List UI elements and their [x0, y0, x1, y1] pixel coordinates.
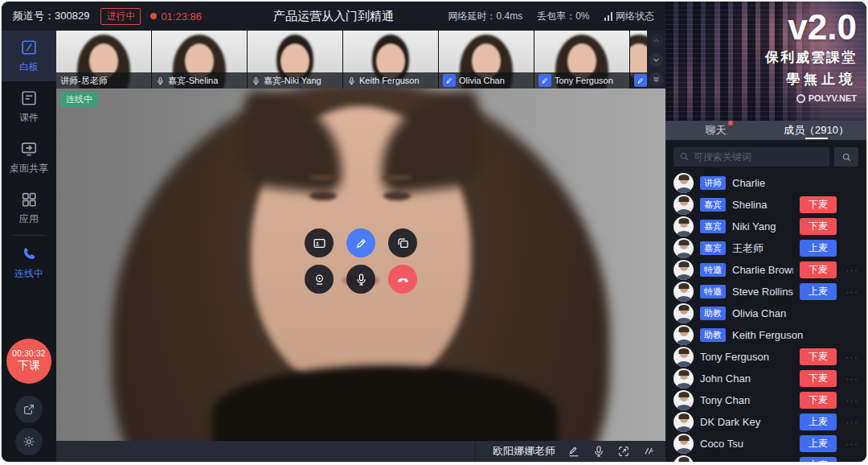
more-options-button[interactable]: ···: [843, 264, 858, 276]
courseware-icon: [20, 89, 38, 107]
network-status-button[interactable]: 网络状态: [604, 10, 655, 23]
tab-chat[interactable]: 聊天: [665, 121, 766, 140]
sidebar-item-label: 应用: [19, 212, 39, 226]
mic-toggle-button[interactable]: 下麦: [800, 348, 837, 365]
mic-button[interactable]: [592, 445, 605, 458]
notification-dot: [728, 121, 733, 126]
video-thumbnail[interactable]: 讲师-居老师: [56, 31, 152, 88]
mic-toggle-button[interactable]: 下麦: [800, 392, 837, 409]
mic-toggle-button[interactable]: 下麦: [800, 196, 837, 213]
participant-name: Olivia Chan: [459, 76, 505, 85]
settings-button[interactable]: [15, 428, 43, 455]
video-thumbnail[interactable]: 嘉宾-Shelina: [152, 31, 248, 88]
sidebar-divider: [13, 235, 45, 236]
member-row: Lucy Chan上麦···: [674, 455, 858, 462]
more-options-button[interactable]: ···: [843, 286, 858, 298]
member-row: Coco Tsu上麦···: [674, 433, 858, 455]
mic-toggle-button[interactable]: 上麦: [800, 283, 837, 300]
more-options-button[interactable]: ···: [843, 438, 858, 450]
main-video-stage: 连线中: [56, 88, 665, 441]
left-sidebar: 白板 课件 桌面共享 应用 连线中: [2, 31, 56, 462]
role-badge: 特邀: [700, 263, 726, 277]
participant-name: Tony Ferguson: [555, 76, 613, 85]
pip-button[interactable]: [305, 228, 334, 257]
more-options-button[interactable]: ···: [843, 416, 858, 428]
slash-lines-button[interactable]: [642, 445, 655, 458]
mic-toggle-button[interactable]: 下麦: [800, 261, 837, 278]
pen-tool-button[interactable]: [346, 228, 375, 257]
more-options-button[interactable]: ···: [843, 459, 858, 462]
mic-toggle-button[interactable]: 上麦: [800, 414, 837, 430]
live-status-badge: 进行中: [100, 8, 141, 25]
mic-toggle-button[interactable]: 上麦: [800, 435, 837, 452]
search-button[interactable]: [834, 147, 858, 167]
avatar: [674, 390, 694, 410]
main-column: 频道号：300829 进行中 01:23:86 产品运营从入门到精通 网络延时：…: [2, 2, 665, 462]
brand-banner[interactable]: v2.0 保利威雲課堂 學無止境 POLYV.NET: [665, 2, 866, 121]
avatar: [674, 325, 694, 345]
chevron-up-icon[interactable]: [649, 34, 663, 47]
role-badge: 嘉宾: [700, 220, 726, 233]
microphone-button[interactable]: [346, 265, 375, 294]
video-thumbnail[interactable]: Tony Ferguson: [534, 31, 630, 88]
sidebar-item-whiteboard[interactable]: 白板: [2, 31, 56, 81]
camera-button[interactable]: [305, 265, 334, 294]
pen-badge-icon: [634, 74, 647, 87]
slash-lines-icon: [642, 445, 655, 458]
mic-toggle-button[interactable]: 上麦: [800, 240, 837, 257]
video-thumbnail[interactable]: Olivia Chan: [439, 31, 534, 88]
member-row: 助教Olivia Chan: [674, 302, 858, 324]
windows-button[interactable]: [388, 228, 417, 257]
mic-icon: [354, 273, 368, 286]
video-thumbnail[interactable]: Keith Ferguson: [343, 31, 439, 88]
video-thumbnail[interactable]: [630, 31, 647, 88]
participant-name: 嘉宾-Niki Yang: [264, 75, 321, 87]
pen-badge-icon: [538, 74, 551, 87]
avatar: [674, 195, 694, 215]
member-list: 讲师Charlie嘉宾Shelina下麦嘉宾Niki Yang下麦嘉宾王老师上麦…: [665, 171, 866, 462]
chevron-down-icon[interactable]: [649, 53, 663, 67]
avatar: [674, 260, 694, 280]
mic-icon: [156, 76, 165, 85]
fullscreen-button[interactable]: [617, 445, 630, 458]
tab-members[interactable]: 成员（2910）: [766, 121, 866, 140]
search-input[interactable]: [674, 147, 829, 167]
member-row: DK Dark Key上麦···: [674, 411, 858, 433]
member-name: Tony Chan: [700, 394, 793, 406]
role-badge: 嘉宾: [700, 198, 726, 212]
more-options-button[interactable]: ···: [843, 351, 858, 363]
annotate-button[interactable]: [567, 445, 580, 458]
sidebar-item-apps[interactable]: 应用: [2, 183, 56, 233]
session-timer: 01:23:86: [150, 10, 202, 23]
member-row: Tony Ferguson下麦···: [674, 346, 858, 368]
windows-icon: [396, 237, 410, 250]
channel-number: 频道号：300829: [13, 9, 89, 23]
pen-icon: [567, 445, 580, 458]
more-options-button[interactable]: ···: [843, 394, 858, 406]
pen-badge-icon: [443, 74, 456, 87]
packet-loss-value: 丢包率：0%: [537, 10, 589, 23]
sidebar-item-screen-share[interactable]: 桌面共享: [2, 132, 56, 183]
avatar: [674, 368, 694, 389]
member-name: Tony Ferguson: [700, 351, 793, 363]
avatar: [674, 455, 694, 462]
network-info: 网络延时：0.4ms 丢包率：0% 网络状态: [448, 10, 654, 23]
gear-icon: [23, 435, 35, 448]
thumbnail-label: 讲师-居老师: [56, 72, 151, 88]
end-class-button[interactable]: 00:30:32 下课: [6, 339, 51, 384]
avatar: [674, 173, 694, 193]
mic-toggle-button[interactable]: 上麦: [800, 457, 837, 462]
double-chevron-down-icon[interactable]: [649, 72, 663, 86]
mic-toggle-button[interactable]: 下麦: [800, 370, 837, 387]
video-thumbnail[interactable]: 嘉宾-Niki Yang: [248, 31, 343, 88]
pen-icon: [354, 237, 368, 250]
end-class-timer: 00:30:32: [12, 349, 45, 358]
hangup-button[interactable]: [388, 265, 417, 294]
search-box: [674, 147, 829, 167]
more-options-button[interactable]: ···: [843, 372, 858, 385]
mic-toggle-button[interactable]: 下麦: [800, 218, 837, 235]
sidebar-item-courseware[interactable]: 课件: [2, 81, 56, 132]
video-controls-overlay: [305, 228, 417, 294]
external-link-button[interactable]: [15, 396, 43, 423]
sidebar-item-call-status[interactable]: 连线中: [2, 237, 56, 288]
